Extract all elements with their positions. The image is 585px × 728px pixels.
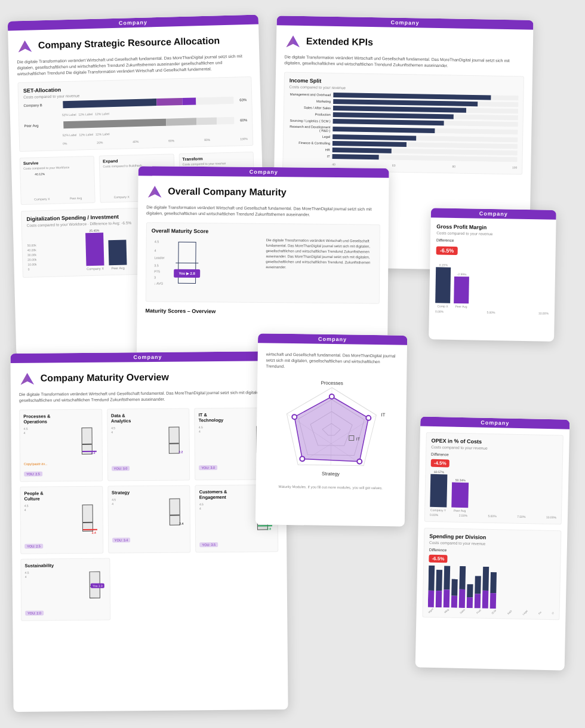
set-bars: Company B 60% 52% Label 12% Label 12% La… [23, 97, 248, 147]
svg-marker-9 [294, 397, 368, 462]
svg-text:IT: IT [356, 437, 361, 441]
gross-difference-label: Difference [436, 238, 550, 244]
card1-title: Company Strategic Resource Allocation [38, 35, 220, 51]
maturity-description: Die digitale Transformation verändert Wi… [266, 238, 375, 299]
spending-chart: Spending per Division Costs compared to … [422, 528, 561, 621]
logo-1 [17, 38, 34, 56]
svg-point-11 [366, 416, 371, 420]
svg-point-12 [357, 459, 362, 464]
income-bars: Management and Overhead Marketing Sales … [288, 91, 518, 169]
spider-chart: Processes IT Strategy IT [264, 375, 398, 484]
maturity-score-box: Overall Maturity Score 4.5 4 Leader 3.5 … [146, 222, 380, 303]
survive-chart: Survive Costs compared to your Workforce… [20, 156, 96, 205]
card3-title: Overall Company Maturity [168, 186, 286, 198]
card2-title: Extended KPIs [306, 36, 373, 48]
svg-point-10 [330, 394, 334, 399]
spending-diff-value: -6.5% [429, 555, 447, 563]
set-row-2: Peer Avg 60% [24, 117, 247, 130]
svg-text:IT: IT [381, 413, 385, 418]
opex-bars: 60.57% Company Y 50.34% Peer Avg [430, 470, 557, 514]
income-split-chart: Income Split Costs compared to your reve… [282, 72, 524, 174]
maturity-people-culture: People &Culture 4.5 4 2.4 YOU: 2.5 [20, 486, 103, 554]
card5-subtitle: Die digitale Transformation verändert Wi… [19, 389, 277, 403]
gross-bar-chart: 0.15% Comp X -2.99% Peer Avg [435, 260, 549, 309]
maturity-processes: Processes &Operations 4.5 4 2.2 Copy/pas… [19, 408, 103, 481]
card-gross-profit: Company Gross Profit Margin Costs compar… [429, 208, 556, 342]
opex-chart: OPEX in % of Costs Costs compared to you… [424, 432, 564, 525]
spending-bars [428, 566, 555, 610]
spider-note: Maturity Modules. If you fill out more m… [264, 485, 397, 490]
card-spider: Company wirtschaft und Gesellschaft fund… [255, 333, 407, 526]
opex-diff-label: Difference [431, 452, 558, 459]
svg-text:Processes: Processes [321, 380, 343, 386]
opex-diff-value: -4.5% [431, 459, 449, 468]
card-opex-spending: Company OPEX in % of Costs Costs compare… [415, 416, 570, 670]
card6-subtitle: wirtschaft und Gesellschaft fundamental.… [266, 351, 398, 370]
maturity-overview-title: Maturity Scores – Overview [146, 308, 380, 315]
maturity-sustainability: Sustainability 4.5 4 You 1.9 YOU: 2.0 [20, 558, 110, 621]
box-plot-area: 4.5 4 Leader 3.5 P75 3 ↓ AVG You ▶ 2.8 [151, 236, 260, 297]
gross-profit-title: Gross Profit Margin [436, 223, 550, 231]
card5-title: Company Maturity Overview [41, 372, 169, 384]
gross-difference-value: -6.5% [436, 246, 458, 255]
card1-subtitle: Die digitale Transformation verändert Wi… [17, 53, 251, 77]
maturity-grid: Processes &Operations 4.5 4 2.2 Copy/pas… [19, 407, 278, 554]
logo-5 [19, 371, 36, 388]
logo-2 [285, 34, 301, 51]
card-maturity-overview: Company Company Maturity Overview Die di… [10, 351, 288, 712]
maturity-data-analytics: Data &Analytics 4.5 4 2.2 YOU: 3.0 [107, 408, 190, 481]
gross-profit-label: Costs compared to your revenue [436, 231, 550, 236]
svg-point-14 [292, 414, 297, 419]
svg-point-13 [300, 457, 304, 462]
set-allocation-chart: SET-Allocation Costs compared to your re… [17, 76, 253, 152]
logo-3 [146, 184, 163, 201]
card2-subtitle: Die digitale Transformation verändert Wi… [284, 54, 524, 70]
maturity-strategy: Strategy 4.5 4 2.4 YOU: 3.4 [107, 485, 191, 553]
svg-text:Strategy: Strategy [322, 471, 340, 477]
card3-subtitle: Die digitale Transformation verändert Wi… [146, 204, 380, 218]
